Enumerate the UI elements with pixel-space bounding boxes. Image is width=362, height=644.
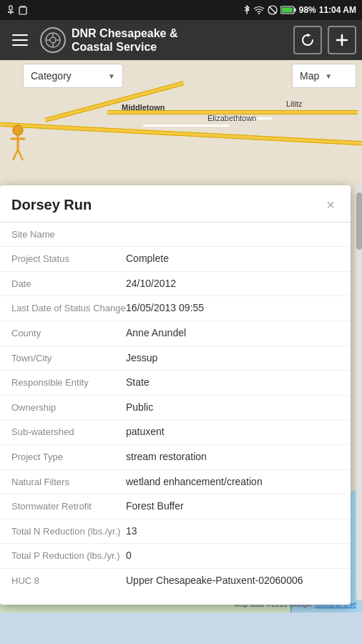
svg-rect-15: [281, 8, 293, 13]
map-type-label: Map: [300, 70, 319, 82]
value-date: 24/10/2012: [126, 277, 339, 291]
label-stormwater-retrofit: Stormwater Retrofit: [11, 499, 126, 513]
wifi-icon: [253, 6, 265, 14]
field-ownership: Ownership Public: [0, 396, 351, 421]
detail-popup: Dorsey Run × Site Name Project Status Co…: [0, 185, 351, 605]
crosshair-icon: [44, 31, 62, 49]
label-huc8: HUC 8: [11, 574, 126, 587]
value-stormwater-retrofit: Forest Buffer: [126, 499, 339, 514]
sd-card-icon: [19, 5, 27, 15]
field-total-p: Total P Reduction (lbs./yr.) 0: [0, 544, 351, 569]
field-site-name: Site Name: [0, 223, 351, 247]
value-project-type: stream restoration: [126, 450, 339, 464]
map-label-elizabethtown: Elizabethtown: [207, 114, 257, 122]
value-project-status: Complete: [126, 252, 339, 266]
field-stormwater-retrofit: Stormwater Retrofit Forest Buffer: [0, 494, 351, 519]
field-date: Date 24/10/2012: [0, 272, 351, 297]
map-label-middletown: Middletown: [122, 103, 165, 112]
status-bar: 98% 11:04 AM: [0, 0, 362, 20]
battery-percent: 98%: [299, 5, 316, 15]
label-project-status: Project Status: [11, 252, 126, 265]
label-town-city: Town/City: [11, 351, 126, 365]
app-logo: [40, 27, 66, 53]
nav-bar: DNR Chesapeake & Coastal Service: [0, 20, 362, 60]
svg-rect-5: [19, 7, 26, 14]
status-icons-right: 98% 11:04 AM: [243, 5, 356, 15]
svg-point-11: [258, 13, 260, 14]
value-responsible-entity: State: [126, 376, 339, 390]
field-sub-watershed: Sub-watershed patuxent: [0, 420, 351, 445]
svg-rect-16: [294, 9, 295, 12]
field-project-type: Project Type stream restoration: [0, 445, 351, 470]
value-county: Anne Arundel: [126, 326, 339, 341]
label-site-name: Site Name: [11, 228, 126, 241]
usb-icon: [6, 5, 16, 15]
label-county: County: [11, 326, 126, 340]
hamburger-line-2: [12, 39, 28, 41]
field-responsible-entity: Responsible Entity State: [0, 371, 351, 396]
field-project-status: Project Status Complete: [0, 247, 351, 272]
value-natural-filters: wetland enhancement/creation: [126, 475, 339, 489]
value-total-p: 0: [126, 549, 339, 563]
value-town-city: Jessup: [126, 351, 339, 366]
value-total-n: 13: [126, 525, 339, 539]
status-icons-left: [6, 5, 27, 15]
scroll-bar[interactable]: [356, 185, 362, 600]
value-huc8: Upper Chesapeake-Patuxent-02060006: [126, 574, 339, 588]
battery-icon: [280, 6, 296, 14]
svg-line-28: [13, 150, 18, 160]
label-ownership: Ownership: [11, 401, 126, 414]
svg-point-3: [8, 11, 9, 13]
refresh-button[interactable]: [293, 26, 322, 54]
value-last-status-change: 16/05/2013 09:55: [126, 301, 339, 316]
bluetooth-icon: [243, 5, 250, 15]
menu-button[interactable]: [6, 26, 34, 54]
map-label-lititz: Lititz: [286, 99, 303, 108]
field-natural-filters: Natural Filters wetland enhancement/crea…: [0, 470, 351, 495]
map-type-arrow: ▼: [325, 72, 332, 80]
svg-line-13: [269, 6, 276, 14]
refresh-icon: [300, 33, 315, 47]
hamburger-line-3: [12, 44, 28, 46]
label-total-n: Total N Reduction (lbs./yr.): [11, 525, 126, 538]
field-town-city: Town/City Jessup: [0, 346, 351, 371]
app-title: DNR Chesapeake & Coastal Service: [72, 26, 288, 54]
category-arrow: ▼: [108, 72, 115, 80]
field-last-status-change: Last Date of Status Change 16/05/2013 09…: [0, 296, 351, 321]
popup-header: Dorsey Run ×: [0, 185, 351, 223]
label-total-p: Total P Reduction (lbs./yr.): [11, 549, 126, 562]
svg-point-4: [12, 11, 14, 13]
field-total-n: Total N Reduction (lbs./yr.) 13: [0, 519, 351, 545]
map-type-dropdown[interactable]: Map ▼: [292, 64, 356, 88]
label-project-type: Project Type: [11, 450, 126, 464]
category-dropdown[interactable]: Category ▼: [23, 64, 123, 88]
label-responsible-entity: Responsible Entity: [11, 376, 126, 389]
label-sub-watershed: Sub-watershed: [11, 425, 126, 439]
add-button[interactable]: [328, 26, 356, 54]
value-ownership: Public: [126, 401, 339, 415]
popup-title: Dorsey Run: [11, 197, 92, 213]
map-toolbar: Category ▼ Map ▼: [0, 60, 362, 92]
add-icon: [335, 33, 349, 47]
svg-rect-0: [9, 6, 12, 10]
field-county: County Anne Arundel: [0, 321, 351, 346]
person-svg: [7, 125, 29, 164]
svg-point-18: [50, 37, 56, 43]
map-area[interactable]: Middletown Elizabethtown Lititz Category…: [0, 60, 362, 613]
user-location-icon: [7, 125, 29, 164]
scroll-thumb[interactable]: [356, 192, 362, 250]
field-huc8: HUC 8 Upper Chesapeake-Patuxent-02060006: [0, 569, 351, 593]
label-natural-filters: Natural Filters: [11, 475, 126, 489]
time-display: 11:04 AM: [319, 5, 356, 15]
close-button[interactable]: ×: [322, 195, 339, 215]
hamburger-line-1: [12, 34, 28, 36]
svg-line-29: [18, 150, 23, 160]
label-last-status-change: Last Date of Status Change: [11, 301, 126, 315]
value-sub-watershed: patuxent: [126, 425, 339, 439]
no-sim-icon: [268, 5, 278, 15]
category-label: Category: [31, 70, 72, 82]
svg-point-25: [13, 125, 23, 135]
label-date: Date: [11, 277, 126, 291]
map-road-w1: [143, 125, 229, 127]
